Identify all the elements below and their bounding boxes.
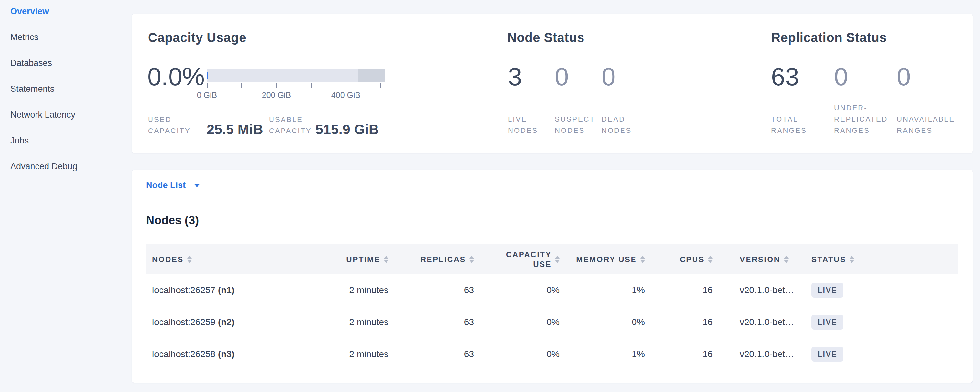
uptime-cell: 2 minutes — [319, 306, 401, 338]
sidebar-item-databases[interactable]: Databases — [0, 59, 132, 67]
status-cell: LIVE — [808, 306, 958, 338]
sort-icon — [640, 256, 645, 263]
replicas-cell: 63 — [401, 306, 487, 338]
sort-icon — [784, 256, 789, 263]
column-header-label: STATUS — [811, 255, 846, 265]
sort-icon — [850, 256, 854, 263]
memory-use-cell: 1% — [572, 338, 657, 370]
column-header-label: VERSION — [740, 255, 780, 265]
replicas-cell: 63 — [401, 274, 487, 306]
axis-tick-label: 400 GiB — [331, 91, 360, 100]
table-row: localhost:26258 (n3)2 minutes630%1%16v20… — [146, 338, 958, 370]
node-address-cell: localhost:26258 (n3) — [146, 338, 319, 370]
stat-label: USABLECAPACITY — [269, 114, 315, 136]
sidebar-item-jobs[interactable]: Jobs — [0, 136, 132, 145]
capacity-use-cell: 0% — [487, 338, 572, 370]
version-cell: v20.1.0-bet… — [725, 306, 808, 338]
version-cell: v20.1.0-bet… — [725, 338, 808, 370]
node-address: localhost:26259 — [152, 317, 218, 327]
memory-use-cell: 1% — [572, 274, 657, 306]
replication-status-title: Replication Status — [771, 30, 887, 45]
node-status-title: Node Status — [507, 30, 584, 45]
sidebar-item-advanced-debug[interactable]: Advanced Debug — [0, 162, 132, 171]
status-badge: LIVE — [811, 315, 843, 330]
metric-label: UNAVAILABLERANGES — [897, 113, 955, 136]
column-header-label: CAPACITYUSE — [506, 250, 552, 269]
metric-label: UNDER-REPLICATEDRANGES — [834, 102, 888, 136]
bar-reserved-segment — [358, 69, 385, 82]
sort-icon — [187, 256, 192, 263]
metric-value: 3 — [508, 64, 522, 89]
used-capacity-stat: USEDCAPACITY25.5 MiB — [148, 114, 263, 136]
table-row: localhost:26257 (n1)2 minutes630%1%16v20… — [146, 274, 958, 306]
cluster-summary-card: Capacity Usage 0.0% 0 GiB200 GiB400 GiB … — [132, 14, 973, 153]
capacity-percent-value: 0.0% — [147, 64, 205, 89]
sidebar-item-statements[interactable]: Statements — [0, 84, 132, 93]
metric-label: TOTALRANGES — [771, 113, 807, 136]
capacity-use-cell: 0% — [487, 274, 572, 306]
metric-value: 0 — [834, 64, 848, 89]
axis-tick — [345, 83, 347, 88]
axis-tick — [276, 83, 277, 88]
sidebar-nav: OverviewMetricsDatabasesStatementsNetwor… — [0, 0, 132, 392]
stat-value: 25.5 MiB — [207, 122, 263, 136]
axis-tick — [311, 83, 312, 88]
column-header-replicas[interactable]: REPLICAS — [401, 244, 487, 274]
column-header-cpus[interactable]: CPUS — [657, 244, 725, 274]
column-header-status[interactable]: STATUS — [808, 244, 958, 274]
column-header-version[interactable]: VERSION — [725, 244, 808, 274]
sidebar-item-overview[interactable]: Overview — [0, 7, 132, 16]
column-header-memory-use[interactable]: MEMORY USE — [572, 244, 657, 274]
stat-label: USEDCAPACITY — [148, 114, 207, 136]
node-address-cell: localhost:26257 (n1) — [146, 274, 319, 306]
node-id: (n3) — [218, 349, 234, 359]
sort-icon — [469, 256, 474, 263]
column-header-uptime[interactable]: UPTIME — [319, 244, 401, 274]
sidebar-item-metrics[interactable]: Metrics — [0, 33, 132, 42]
cpus-cell: 16 — [657, 338, 725, 370]
table-row: localhost:26259 (n2)2 minutes630%0%16v20… — [146, 306, 958, 338]
node-id: (n1) — [218, 285, 234, 295]
column-header-capacity-use[interactable]: CAPACITYUSE — [487, 244, 572, 274]
node-address-cell: localhost:26259 (n2) — [146, 306, 319, 338]
metric-label: LIVENODES — [508, 113, 538, 136]
capacity-usage-title: Capacity Usage — [148, 30, 247, 45]
axis-tick-label: 0 GiB — [197, 91, 217, 100]
axis-tick — [380, 83, 381, 88]
usable-capacity-stat: USABLECAPACITY515.9 GiB — [269, 114, 379, 136]
node-id: (n2) — [218, 317, 234, 327]
capacity-use-cell: 0% — [487, 306, 572, 338]
column-header-label: REPLICAS — [420, 255, 466, 265]
metric-value: 63 — [771, 64, 799, 89]
version-cell: v20.1.0-bet… — [725, 274, 808, 306]
column-header-label: NODES — [152, 255, 184, 265]
capacity-usage-bar — [207, 69, 385, 82]
sort-icon — [708, 256, 713, 263]
node-address: localhost:26258 — [152, 349, 218, 359]
metric-label: SUSPECTNODES — [555, 113, 595, 136]
status-cell: LIVE — [808, 274, 958, 306]
uptime-cell: 2 minutes — [319, 338, 401, 370]
uptime-cell: 2 minutes — [319, 274, 401, 306]
chevron-down-icon — [194, 183, 200, 187]
metric-label: DEADNODES — [601, 113, 632, 136]
column-header-label: MEMORY USE — [576, 255, 637, 265]
cpus-cell: 16 — [657, 274, 725, 306]
memory-use-cell: 0% — [572, 306, 657, 338]
sort-icon — [555, 256, 560, 263]
sort-icon — [384, 256, 388, 263]
status-badge: LIVE — [811, 283, 843, 298]
status-badge: LIVE — [811, 347, 843, 362]
node-list-dropdown[interactable]: Node List — [132, 170, 972, 201]
axis-tick-label: 200 GiB — [262, 91, 291, 100]
node-address: localhost:26257 — [152, 285, 218, 295]
axis-tick — [241, 83, 242, 88]
column-header-nodes[interactable]: NODES — [146, 244, 319, 274]
cpus-cell: 16 — [657, 306, 725, 338]
stat-value: 515.9 GiB — [315, 122, 379, 136]
axis-tick — [207, 83, 208, 88]
nodes-panel-card: Node List Nodes (3) NODESUPTIMEREPLICASC… — [132, 170, 973, 383]
column-header-label: UPTIME — [346, 255, 380, 265]
sidebar-item-network-latency[interactable]: Network Latency — [0, 110, 132, 119]
nodes-count-heading: Nodes (3) — [146, 214, 199, 227]
